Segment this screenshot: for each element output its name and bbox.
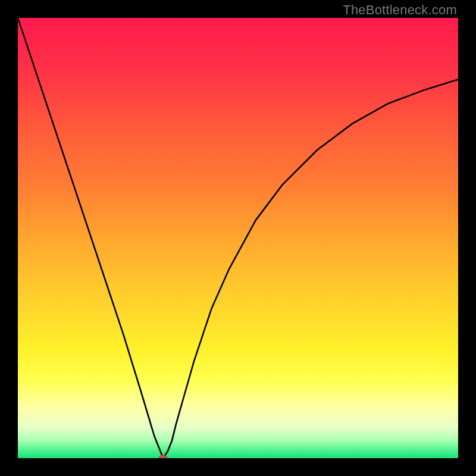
bottleneck-curve [18, 18, 458, 458]
curve-layer [18, 18, 458, 458]
minimum-marker [159, 455, 167, 458]
chart-frame: TheBottleneck.com [0, 0, 476, 476]
watermark-text: TheBottleneck.com [343, 2, 457, 18]
plot-area [18, 18, 458, 458]
